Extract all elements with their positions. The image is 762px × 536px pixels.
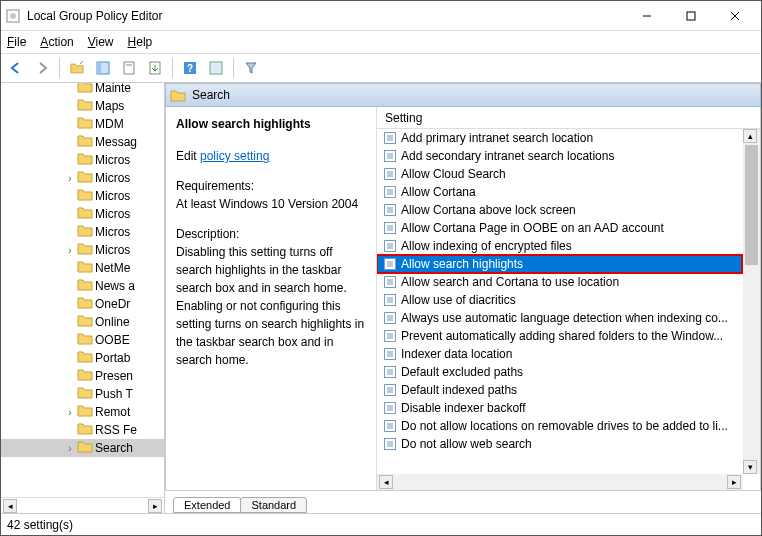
tree-item-label: Push T (95, 387, 133, 401)
list-vscrollbar[interactable]: ▴ ▾ (743, 129, 760, 474)
minimize-button[interactable] (625, 2, 669, 30)
tree-item[interactable]: Online (1, 313, 164, 331)
tree-item[interactable]: RSS Fe (1, 421, 164, 439)
close-button[interactable] (713, 2, 757, 30)
setting-item-label: Always use automatic language detection … (401, 311, 728, 325)
list-header[interactable]: Setting (377, 107, 760, 129)
expand-icon[interactable]: › (63, 443, 77, 454)
scrollbar-thumb[interactable] (745, 145, 758, 265)
scroll-left-icon[interactable]: ◂ (379, 475, 393, 489)
menu-help[interactable]: Help (128, 35, 153, 49)
folder-icon (77, 440, 95, 456)
menu-action[interactable]: Action (40, 35, 73, 49)
tree-item[interactable]: Micros (1, 223, 164, 241)
scroll-up-icon[interactable]: ▴ (743, 129, 757, 143)
setting-item[interactable]: Default indexed paths (377, 381, 742, 399)
expand-icon[interactable]: › (63, 407, 77, 418)
setting-item[interactable]: Allow use of diacritics (377, 291, 742, 309)
tree-item[interactable]: Micros (1, 187, 164, 205)
setting-item[interactable]: Do not allow web search (377, 435, 742, 453)
edit-policy-link[interactable]: policy setting (200, 149, 269, 163)
template-button[interactable] (205, 57, 227, 79)
scroll-right-icon[interactable]: ▸ (148, 499, 162, 513)
edit-prefix: Edit (176, 149, 200, 163)
scroll-down-icon[interactable]: ▾ (743, 460, 757, 474)
setting-item[interactable]: Disable indexer backoff (377, 399, 742, 417)
menu-view[interactable]: View (88, 35, 114, 49)
back-button[interactable] (5, 57, 27, 79)
tree-item[interactable]: ›Micros (1, 169, 164, 187)
expand-icon[interactable]: › (63, 245, 77, 256)
tree-item[interactable]: OOBE (1, 331, 164, 349)
setting-item[interactable]: Always use automatic language detection … (377, 309, 742, 327)
setting-item[interactable]: Default excluded paths (377, 363, 742, 381)
scroll-right-icon[interactable]: ▸ (727, 475, 741, 489)
setting-item-label: Default excluded paths (401, 365, 523, 379)
status-text: 42 setting(s) (7, 518, 73, 532)
setting-item-label: Do not allow web search (401, 437, 532, 451)
setting-item[interactable]: Prevent automatically adding shared fold… (377, 327, 742, 345)
tree-item[interactable]: Micros (1, 151, 164, 169)
tree-item[interactable]: MDM (1, 115, 164, 133)
tree-item-label: Online (95, 315, 130, 329)
tree-item-label: Remot (95, 405, 130, 419)
tree-item[interactable]: Presen (1, 367, 164, 385)
tree-item[interactable]: ›Micros (1, 241, 164, 259)
setting-item[interactable]: Allow Cloud Search (377, 165, 742, 183)
tree-item-label: OneDr (95, 297, 130, 311)
maximize-button[interactable] (669, 2, 713, 30)
export-button[interactable] (144, 57, 166, 79)
show-tree-button[interactable] (92, 57, 114, 79)
svg-rect-7 (687, 12, 695, 20)
tree-item-label: Messag (95, 135, 137, 149)
setting-item[interactable]: Do not allow locations on removable driv… (377, 417, 742, 435)
setting-item-label: Do not allow locations on removable driv… (401, 419, 728, 433)
filter-button[interactable] (240, 57, 262, 79)
setting-item[interactable]: Add primary intranet search location (377, 129, 742, 147)
settings-list[interactable]: Add primary intranet search locationAdd … (377, 129, 760, 490)
setting-item[interactable]: Allow Cortana (377, 183, 742, 201)
setting-item[interactable]: Allow indexing of encrypted files (377, 237, 742, 255)
tree[interactable]: MainteMapsMDMMessagMicros›MicrosMicrosMi… (1, 83, 164, 497)
tab-standard[interactable]: Standard (240, 497, 307, 513)
tree-item[interactable]: OneDr (1, 295, 164, 313)
menu-file[interactable]: File (7, 35, 26, 49)
setting-item[interactable]: Allow search highlights (377, 255, 742, 273)
expand-icon[interactable]: › (63, 173, 77, 184)
folder-icon (77, 368, 95, 384)
tree-item-label: News a (95, 279, 135, 293)
tree-item[interactable]: NetMe (1, 259, 164, 277)
svg-rect-12 (124, 62, 134, 74)
tree-item[interactable]: ›Remot (1, 403, 164, 421)
setting-item-label: Allow use of diacritics (401, 293, 516, 307)
setting-item[interactable]: Indexer data location (377, 345, 742, 363)
setting-item[interactable]: Allow search and Cortana to use location (377, 273, 742, 291)
tree-item[interactable]: Messag (1, 133, 164, 151)
setting-item-label: Allow indexing of encrypted files (401, 239, 572, 253)
tree-item[interactable]: Mainte (1, 83, 164, 97)
tree-item[interactable]: ›Search (1, 439, 164, 457)
tree-item-label: Micros (95, 153, 130, 167)
tree-item[interactable]: Maps (1, 97, 164, 115)
section-title: Search (192, 88, 230, 102)
scroll-left-icon[interactable]: ◂ (3, 499, 17, 513)
list-hscrollbar[interactable]: ◂ ▸ (377, 474, 743, 490)
tab-extended[interactable]: Extended (173, 497, 241, 513)
tree-hscrollbar[interactable]: ◂ ▸ (1, 497, 164, 513)
tree-item[interactable]: Micros (1, 205, 164, 223)
folder-icon (77, 206, 95, 222)
setting-item[interactable]: Add secondary intranet search locations (377, 147, 742, 165)
properties-button[interactable] (118, 57, 140, 79)
tree-item[interactable]: Portab (1, 349, 164, 367)
forward-button[interactable] (31, 57, 53, 79)
tree-item[interactable]: News a (1, 277, 164, 295)
view-tabs: Extended Standard (165, 491, 761, 513)
setting-item[interactable]: Allow Cortana Page in OOBE on an AAD acc… (377, 219, 742, 237)
setting-item[interactable]: Allow Cortana above lock screen (377, 201, 742, 219)
up-button[interactable] (66, 57, 88, 79)
setting-item-label: Allow search and Cortana to use location (401, 275, 619, 289)
tree-item-label: Micros (95, 171, 130, 185)
help-button[interactable]: ? (179, 57, 201, 79)
setting-item-label: Allow Cortana Page in OOBE on an AAD acc… (401, 221, 664, 235)
tree-item[interactable]: Push T (1, 385, 164, 403)
